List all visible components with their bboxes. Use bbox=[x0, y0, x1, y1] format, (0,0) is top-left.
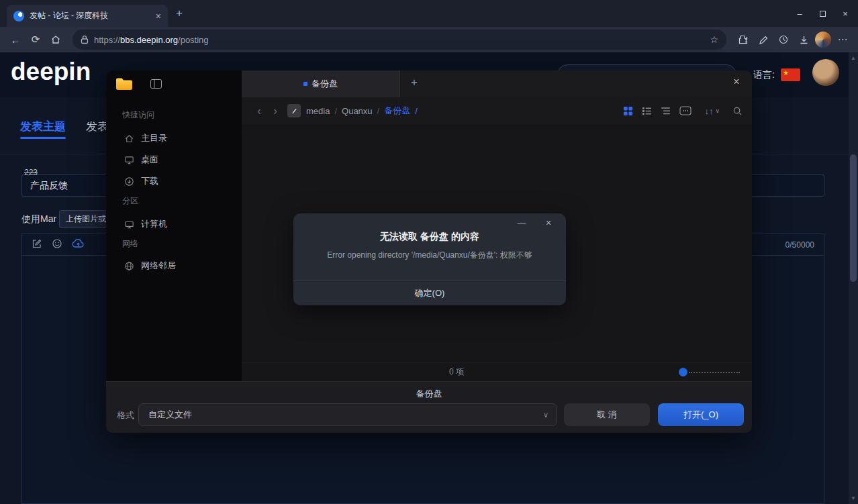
format-select[interactable]: 自定义文件 ∨ bbox=[138, 403, 557, 426]
file-dialog-tab[interactable]: 备份盘 bbox=[242, 70, 400, 97]
web-capture-button[interactable] bbox=[755, 31, 772, 48]
selected-filename: 备份盘 bbox=[106, 388, 752, 400]
sidebar-section-quick-access: 快捷访问 bbox=[122, 109, 154, 121]
error-title: 无法读取 备份盘 的内容 bbox=[293, 231, 566, 243]
new-tab-button[interactable]: + bbox=[176, 7, 183, 20]
grid-view-button[interactable] bbox=[623, 106, 633, 116]
open-button[interactable]: 打开(_O) bbox=[658, 403, 744, 426]
error-message: Error opening directory '/media/Quanxu/备… bbox=[293, 250, 566, 261]
upload-button[interactable] bbox=[72, 238, 85, 251]
volume-icon[interactable] bbox=[287, 104, 301, 117]
file-dialog-new-tab-button[interactable]: + bbox=[411, 76, 418, 89]
extensions-icon bbox=[738, 34, 749, 45]
scroll-up-icon[interactable]: ▲ bbox=[849, 55, 858, 61]
detail-view-icon bbox=[661, 106, 671, 116]
sidebar-item-label: 计算机 bbox=[141, 218, 167, 230]
breadcrumb-segment[interactable]: Quanxu bbox=[342, 106, 373, 116]
url-bar[interactable]: https://bbs.deepin.org/posting ☆ bbox=[73, 30, 726, 50]
grid-view-icon bbox=[623, 106, 633, 116]
file-open-dialog: 快捷访问 主目录 桌面 下载 分区 计算机 网络 网络邻居 备份盘 + bbox=[106, 70, 752, 433]
download-icon bbox=[799, 35, 809, 45]
sort-button[interactable]: ↓↑ ∨ bbox=[704, 106, 720, 116]
user-avatar[interactable] bbox=[812, 59, 839, 86]
nav-back-button[interactable]: ‹ bbox=[251, 104, 267, 118]
breadcrumb-segment[interactable]: media bbox=[306, 106, 330, 116]
downloads-button[interactable] bbox=[795, 31, 812, 48]
desktop-icon bbox=[124, 154, 134, 165]
more-views-icon bbox=[679, 105, 692, 116]
smiley-icon bbox=[52, 238, 62, 249]
sidebar-item-label: 网络邻居 bbox=[141, 260, 176, 272]
url-text[interactable]: https://bbs.deepin.org/posting bbox=[94, 35, 704, 45]
sidebar-section-network: 网络 bbox=[122, 238, 138, 250]
file-dialog-tab-label: 备份盘 bbox=[312, 78, 338, 90]
scrollbar-thumb[interactable] bbox=[850, 154, 857, 282]
back-button[interactable]: ← bbox=[7, 31, 24, 48]
error-close-button[interactable]: × bbox=[542, 217, 555, 228]
file-dialog-close-button[interactable]: × bbox=[729, 76, 744, 88]
reload-button[interactable]: ⟳ bbox=[27, 31, 44, 48]
cloud-upload-icon bbox=[72, 238, 85, 248]
url-scheme: https:// bbox=[94, 35, 120, 45]
browser-menu-button[interactable]: ⋯ bbox=[834, 31, 851, 48]
window-minimize-button[interactable]: – bbox=[788, 0, 811, 27]
slider-knob[interactable] bbox=[679, 368, 687, 376]
page-scrollbar[interactable]: ▲ ▼ bbox=[849, 52, 858, 504]
chevron-down-icon: ∨ bbox=[715, 107, 720, 114]
browser-tab-bar: 发帖 - 论坛 - 深度科技 × + – × bbox=[0, 0, 858, 27]
window-close-button[interactable]: × bbox=[834, 0, 857, 27]
compose-button[interactable] bbox=[32, 238, 42, 252]
emoji-button[interactable] bbox=[52, 238, 62, 252]
icon-size-slider[interactable] bbox=[679, 368, 740, 376]
sidebar-item-label: 桌面 bbox=[141, 154, 158, 166]
globe-icon bbox=[124, 260, 134, 271]
error-minimize-button[interactable]: — bbox=[515, 217, 528, 228]
sidebar-item-downloads[interactable]: 下载 bbox=[117, 171, 235, 191]
browser-tab[interactable]: 发帖 - 论坛 - 深度科技 × bbox=[7, 5, 168, 27]
volume-dot-icon bbox=[303, 82, 307, 86]
bookmark-star-icon[interactable]: ☆ bbox=[710, 34, 718, 45]
breadcrumb-segment-current[interactable]: 备份盘 bbox=[384, 105, 410, 117]
breadcrumb-separator: / bbox=[415, 106, 418, 116]
search-button[interactable] bbox=[732, 106, 743, 116]
nav-forward-button[interactable]: › bbox=[267, 104, 283, 118]
sidebar-item-label: 主目录 bbox=[141, 132, 167, 144]
maximize-icon bbox=[820, 11, 826, 17]
language-flag[interactable]: ★ bbox=[781, 68, 800, 81]
tab-active-underline bbox=[20, 137, 66, 139]
sidebar-item-network-neighbors[interactable]: 网络邻居 bbox=[117, 256, 235, 276]
file-dialog-sidebar: 快捷访问 主目录 桌面 下载 分区 计算机 网络 网络邻居 bbox=[106, 70, 242, 381]
detail-view-button[interactable] bbox=[661, 106, 671, 116]
sidebar-item-home[interactable]: 主目录 bbox=[117, 128, 235, 148]
history-icon bbox=[778, 34, 789, 45]
home-button[interactable] bbox=[47, 31, 64, 48]
more-views-button[interactable] bbox=[679, 105, 692, 116]
slider-track bbox=[689, 372, 740, 373]
format-label: 格式 bbox=[117, 409, 134, 421]
browser-profile-avatar[interactable] bbox=[815, 32, 831, 48]
breadcrumb[interactable]: media / Quanxu / 备份盘 / bbox=[306, 105, 418, 117]
file-dialog-titlebar[interactable]: 备份盘 + × bbox=[242, 70, 752, 97]
history-button[interactable] bbox=[775, 31, 792, 48]
format-value: 自定义文件 bbox=[148, 409, 192, 419]
window-maximize-button[interactable] bbox=[811, 0, 834, 27]
extensions-button[interactable] bbox=[734, 31, 752, 48]
sidebar-toggle-button[interactable] bbox=[150, 79, 162, 91]
sidebar-item-computer[interactable]: 计算机 bbox=[117, 214, 235, 234]
tab-post-partial[interactable]: 发表 bbox=[86, 119, 109, 134]
file-dialog-statusbar: 0 项 bbox=[242, 362, 752, 381]
cancel-button[interactable]: 取 消 bbox=[564, 403, 650, 426]
ok-button[interactable]: 确定(O) bbox=[293, 281, 566, 305]
url-path: /posting bbox=[178, 35, 209, 45]
sidebar-item-desktop[interactable]: 桌面 bbox=[117, 150, 235, 170]
browser-tab-title: 发帖 - 论坛 - 深度科技 bbox=[30, 10, 150, 21]
list-view-button[interactable] bbox=[642, 106, 652, 116]
tab-close-icon[interactable]: × bbox=[156, 11, 161, 21]
sort-arrows-icon: ↓↑ bbox=[704, 106, 713, 116]
lock-icon bbox=[81, 35, 89, 44]
scroll-down-icon[interactable]: ▼ bbox=[849, 495, 858, 501]
tab-post-topic[interactable]: 发表主题 bbox=[20, 119, 66, 134]
view-controls: ↓↑ ∨ bbox=[623, 105, 743, 116]
computer-icon bbox=[124, 219, 134, 230]
deepin-logo[interactable]: deepin bbox=[11, 58, 91, 86]
